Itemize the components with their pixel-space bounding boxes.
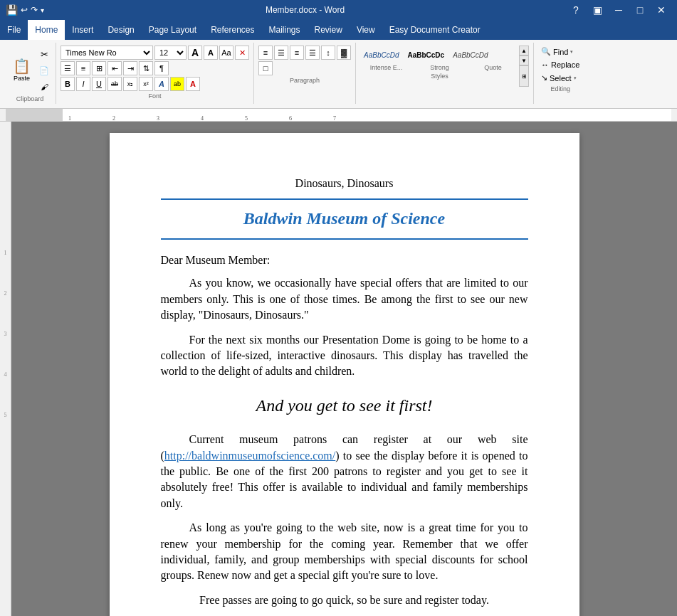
font-color-button[interactable]: A (186, 77, 200, 91)
align-justify-button[interactable]: ☰ (305, 46, 320, 60)
ruler-v-1: 1 (4, 250, 7, 256)
menu-references[interactable]: References (204, 20, 261, 40)
menu-view[interactable]: View (350, 20, 382, 40)
indent-increase-button[interactable]: ⇥ (123, 61, 137, 75)
font-grow-button[interactable]: A (188, 46, 202, 60)
underline-button[interactable]: U (92, 77, 106, 91)
editing-content: 🔍 Find ▾ ↔ Replace ↘ Select ▾ (538, 46, 582, 84)
clipboard-label: Clipboard (9, 95, 51, 102)
indent-decrease-button[interactable]: ⇤ (107, 61, 122, 75)
replace-button[interactable]: ↔ Replace (538, 59, 582, 70)
paragraph-label: Paragraph (258, 77, 351, 84)
shading-button[interactable]: ▓ (337, 46, 351, 60)
museum-link[interactable]: http://baldwinmuseumofscience.com/ (164, 450, 335, 462)
paragraph-4: As long as you're going to the web site,… (161, 520, 528, 584)
ruler-mark-6: 6 (289, 115, 292, 122)
find-dropdown-icon: ▾ (570, 49, 573, 55)
font-group: Times New Ro 12 A A Aa ✕ ☰ ≡ ⊞ ⇤ ⇥ ⇅ (56, 43, 254, 104)
align-right-button[interactable]: ≡ (290, 46, 304, 60)
menu-mailings[interactable]: Mailings (262, 20, 308, 40)
find-label: Find (553, 48, 568, 56)
align-center-button[interactable]: ☰ (274, 46, 288, 60)
text-effect-button[interactable]: A (154, 77, 169, 91)
paste-icon: 📋 (13, 58, 31, 75)
redo-btn[interactable]: ↷ (31, 5, 38, 15)
minimize-btn[interactable]: ─ (609, 0, 629, 20)
title-bar: 💾 ↩ ↷ ▾ Member.docx - Word ? ▣ ─ □ ✕ (0, 0, 677, 20)
close-btn[interactable]: ✕ (651, 0, 671, 20)
scroll-down-button[interactable]: ▼ (519, 55, 529, 65)
copy-button[interactable]: 📄 (37, 63, 51, 78)
ribbon-toggle-btn[interactable]: ▣ (587, 0, 607, 20)
undo-btn[interactable]: ↩ (21, 5, 28, 15)
select-button[interactable]: ↘ Select ▾ (538, 72, 582, 84)
maximize-btn[interactable]: □ (630, 0, 650, 20)
strong-label: Strong (414, 64, 466, 71)
ruler-mark-1: 1 (68, 115, 71, 122)
paste-button[interactable]: 📋 Paste (9, 55, 35, 85)
select-icon: ↘ (541, 73, 547, 83)
font-content: Times New Ro 12 A A Aa ✕ ☰ ≡ ⊞ ⇤ ⇥ ⇅ (61, 46, 249, 91)
scroll-up-button[interactable]: ▲ (519, 46, 529, 55)
clear-format-button[interactable]: ✕ (235, 46, 249, 60)
title-bar-left: 💾 ↩ ↷ ▾ (6, 4, 44, 16)
select-label: Select (550, 74, 572, 83)
list-multi-button[interactable]: ⊞ (92, 61, 106, 75)
ruler-mark-3: 3 (157, 115, 159, 122)
bottom-divider (161, 238, 528, 240)
salutation: Dear Museum Member: (161, 253, 528, 268)
clipboard-group: 📋 Paste ✂ 📄 🖌 Clipboard (4, 43, 56, 104)
paragraph-1: As you know, we occasionally have specia… (161, 275, 528, 323)
strikethrough-button[interactable]: ab (107, 77, 122, 91)
border-button[interactable]: □ (258, 61, 273, 75)
style-strong[interactable]: AaBbCcDd (449, 46, 491, 64)
org-name: Baldwin Museum of Science (161, 207, 528, 231)
menu-home[interactable]: Home (28, 20, 65, 40)
word-icon: 💾 (6, 4, 18, 16)
style-intense-emphasis[interactable]: AaBbCcDc (404, 46, 448, 64)
select-dropdown-icon: ▾ (574, 75, 577, 81)
replace-label: Replace (551, 60, 579, 69)
ruler-v-2: 2 (4, 290, 7, 297)
menu-insert[interactable]: Insert (65, 20, 100, 40)
menu-file[interactable]: File (0, 20, 28, 40)
doc-subtitle: Dinosaurs, Dinosaurs (161, 176, 528, 191)
format-painter-button[interactable]: 🖌 (37, 80, 51, 94)
find-button[interactable]: 🔍 Find ▾ (538, 46, 582, 58)
style-default[interactable]: AaBbCcDd (360, 46, 402, 64)
styles-group: AaBbCcDd AaBbCcDc AaBbCcDd Intense E... … (356, 43, 534, 104)
font-face-select[interactable]: Times New Ro (61, 46, 153, 60)
show-hide-button[interactable]: ¶ (154, 61, 169, 75)
scroll-expand-button[interactable]: ⊞ (519, 65, 529, 87)
help-btn[interactable]: ? (566, 0, 586, 20)
font-shrink-button[interactable]: A (204, 46, 218, 60)
line-spacing-button[interactable]: ↕ (321, 46, 335, 60)
top-divider (161, 198, 528, 200)
free-passes: Free passes are going to go quick, so be… (161, 593, 528, 608)
left-ruler: 1 2 3 4 5 (0, 122, 11, 616)
list-bullet-button[interactable]: ☰ (61, 61, 75, 75)
font-case-button[interactable]: Aa (219, 46, 233, 60)
subscript-button[interactable]: x₂ (123, 77, 137, 91)
menu-pagelayout[interactable]: Page Layout (142, 20, 204, 40)
quote-label: Quote (467, 64, 519, 71)
ruler-mark-5: 5 (245, 115, 248, 122)
menu-review[interactable]: Review (308, 20, 350, 40)
find-icon: 🔍 (541, 47, 551, 56)
ruler-v-5: 5 (4, 412, 7, 418)
italic-button[interactable]: I (76, 77, 90, 91)
sort-button[interactable]: ⇅ (139, 61, 153, 75)
menu-easydoc[interactable]: Easy Document Creator (382, 20, 488, 40)
menu-design[interactable]: Design (100, 20, 141, 40)
bold-button[interactable]: B (61, 77, 75, 91)
highlight-button[interactable]: ab (170, 77, 184, 91)
editing-group: 🔍 Find ▾ ↔ Replace ↘ Select ▾ Editing (534, 43, 587, 104)
superscript-button[interactable]: x² (139, 77, 153, 91)
list-number-button[interactable]: ≡ (76, 61, 90, 75)
align-left-button[interactable]: ≡ (258, 46, 273, 60)
ruler-mark-7: 7 (333, 115, 336, 122)
font-size-select[interactable]: 12 (154, 46, 187, 60)
document-page[interactable]: Dinosaurs, Dinosaurs Baldwin Museum of S… (110, 133, 579, 616)
paragraph-content: ≡ ☰ ≡ ☰ ↕ ▓ □ (258, 46, 351, 75)
cut-button[interactable]: ✂ (37, 47, 51, 61)
